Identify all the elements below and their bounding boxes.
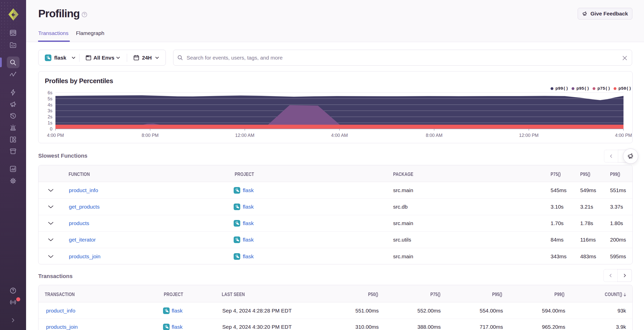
- svg-text:4s: 4s: [48, 102, 52, 107]
- svg-text:8:00 AM: 8:00 AM: [426, 133, 442, 138]
- svg-text:4:00 PM: 4:00 PM: [47, 133, 64, 138]
- svg-text:3s: 3s: [48, 108, 52, 113]
- svg-text:1s: 1s: [48, 120, 52, 125]
- svg-text:4:00 PM: 4:00 PM: [615, 133, 632, 138]
- svg-text:2s: 2s: [48, 114, 52, 119]
- svg-text:5s: 5s: [48, 96, 52, 101]
- svg-text:12:00 PM: 12:00 PM: [519, 133, 538, 138]
- svg-text:0: 0: [50, 126, 52, 132]
- svg-text:8:00 PM: 8:00 PM: [142, 133, 158, 138]
- svg-text:6s: 6s: [48, 90, 52, 95]
- svg-text:12:00 AM: 12:00 AM: [235, 133, 254, 138]
- svg-text:4:00 AM: 4:00 AM: [331, 133, 348, 138]
